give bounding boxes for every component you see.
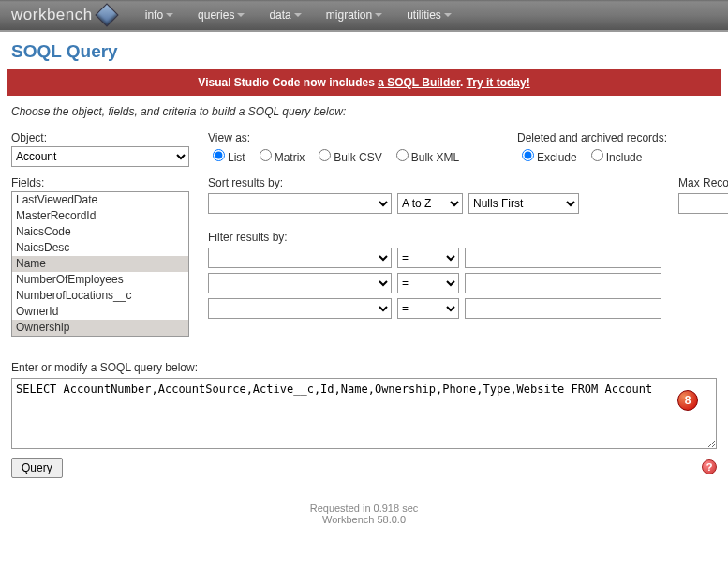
field-option[interactable]: Ownership bbox=[12, 320, 188, 336]
footer-version: Workbench 58.0.0 bbox=[0, 514, 728, 525]
field-option[interactable]: NumberofLocations__c bbox=[12, 288, 188, 304]
deleted-include-radio[interactable] bbox=[591, 149, 603, 161]
deleted-exclude-option[interactable]: Exclude bbox=[517, 146, 577, 164]
filter-value-input[interactable] bbox=[465, 273, 661, 294]
view-matrix-option[interactable]: Matrix bbox=[255, 146, 305, 164]
view-list-option[interactable]: List bbox=[208, 146, 245, 164]
menu-data[interactable]: data bbox=[269, 8, 301, 22]
filter-op-select[interactable]: = bbox=[397, 298, 459, 319]
view-as-block: View as: List Matrix Bulk CSV Bulk XML bbox=[208, 131, 508, 164]
fields-block: Fields: LastViewedDateMasterRecordIdNaic… bbox=[11, 171, 199, 337]
field-option[interactable]: NaicsDesc bbox=[12, 240, 188, 256]
object-select[interactable]: Account bbox=[11, 146, 189, 167]
chevron-down-icon bbox=[375, 13, 382, 17]
footer: Requested in 0.918 sec Workbench 58.0.0 bbox=[0, 488, 728, 544]
filter-value-input[interactable] bbox=[465, 298, 661, 319]
app-name: workbench bbox=[11, 6, 93, 24]
chevron-down-icon bbox=[166, 13, 173, 17]
chevron-down-icon bbox=[294, 13, 302, 17]
filter-field-select[interactable] bbox=[208, 273, 392, 294]
view-bulkxml-option[interactable]: Bulk XML bbox=[392, 146, 459, 164]
footer-time: Requested in 0.918 sec bbox=[0, 503, 728, 514]
view-as-label: View as: bbox=[208, 131, 508, 144]
deleted-block: Deleted and archived records: Exclude In… bbox=[517, 131, 717, 164]
menu-migration[interactable]: migration bbox=[326, 8, 382, 22]
deleted-label: Deleted and archived records: bbox=[517, 131, 717, 144]
content-area: Choose the object, fields, and criteria … bbox=[0, 105, 728, 488]
banner-link-try[interactable]: Try it today! bbox=[467, 76, 530, 89]
field-option[interactable]: ParentId bbox=[12, 336, 188, 337]
fields-listbox[interactable]: LastViewedDateMasterRecordIdNaicsCodeNai… bbox=[11, 191, 189, 337]
field-option[interactable]: NaicsCode bbox=[12, 224, 188, 240]
query-builder-grid: Object: Account View as: List Matrix Bul… bbox=[11, 131, 717, 337]
sort-label: Sort results by: bbox=[208, 176, 661, 189]
fields-label: Fields: bbox=[11, 176, 199, 189]
sort-filter-wrap: Sort results by: A to Z Nulls First Filt… bbox=[208, 171, 717, 324]
info-banner: Visual Studio Code now includes a SOQL B… bbox=[7, 69, 721, 96]
filter-op-select[interactable]: = bbox=[397, 273, 459, 294]
menu-utilities[interactable]: utilities bbox=[407, 8, 452, 22]
view-bulkcsv-option[interactable]: Bulk CSV bbox=[314, 146, 381, 164]
view-list-radio[interactable] bbox=[213, 149, 225, 161]
count-badge: 8 bbox=[677, 390, 698, 411]
banner-link-builder[interactable]: a SOQL Builder bbox=[378, 76, 460, 89]
page-title: SOQL Query bbox=[0, 32, 728, 69]
field-option[interactable]: Name bbox=[12, 256, 188, 272]
app-logo[interactable]: workbench bbox=[11, 6, 119, 24]
filter-row-3: = bbox=[208, 298, 661, 319]
filter-value-input[interactable] bbox=[465, 248, 661, 268]
deleted-exclude-radio[interactable] bbox=[522, 149, 534, 161]
main-menu: info queries data migration utilities bbox=[145, 8, 452, 22]
chevron-down-icon bbox=[444, 13, 452, 17]
field-option[interactable]: OwnerId bbox=[12, 304, 188, 320]
field-option[interactable]: LastViewedDate bbox=[12, 192, 188, 208]
query-text-block: Enter or modify a SOQL query below: 8 bbox=[11, 361, 717, 452]
menu-info[interactable]: info bbox=[145, 8, 173, 22]
query-text-label: Enter or modify a SOQL query below: bbox=[11, 361, 717, 374]
menu-queries[interactable]: queries bbox=[198, 8, 245, 22]
view-bulkcsv-radio[interactable] bbox=[319, 149, 331, 161]
max-records-block: Max Records: + bbox=[678, 171, 728, 324]
chevron-down-icon bbox=[237, 13, 245, 17]
object-label: Object: bbox=[11, 131, 199, 144]
field-option[interactable]: NumberOfEmployees bbox=[12, 272, 188, 288]
view-bulkxml-radio[interactable] bbox=[396, 149, 409, 161]
filter-field-select[interactable] bbox=[208, 248, 392, 268]
sort-field-select[interactable] bbox=[208, 193, 392, 214]
filter-field-select[interactable] bbox=[208, 298, 392, 319]
sort-nulls-select[interactable]: Nulls First bbox=[468, 193, 579, 214]
field-option[interactable]: MasterRecordId bbox=[12, 208, 188, 224]
view-matrix-radio[interactable] bbox=[260, 149, 272, 161]
intro-text: Choose the object, fields, and criteria … bbox=[11, 105, 717, 118]
top-nav: workbench info queries data migration ut… bbox=[0, 0, 728, 32]
deleted-include-option[interactable]: Include bbox=[587, 146, 643, 164]
filter-op-select[interactable]: = bbox=[397, 248, 459, 268]
object-block: Object: Account bbox=[11, 131, 199, 167]
filter-row-1: = bbox=[208, 248, 661, 268]
cube-icon bbox=[95, 3, 118, 26]
max-records-label: Max Records: bbox=[678, 176, 728, 189]
filter-label: Filter results by: bbox=[208, 231, 661, 244]
soql-query-textarea[interactable] bbox=[11, 378, 717, 449]
max-records-input[interactable] bbox=[678, 193, 728, 214]
help-icon[interactable]: ? bbox=[702, 459, 717, 474]
query-button[interactable]: Query bbox=[11, 458, 63, 478]
filter-row-2: = bbox=[208, 273, 661, 294]
sort-direction-select[interactable]: A to Z bbox=[397, 193, 463, 214]
